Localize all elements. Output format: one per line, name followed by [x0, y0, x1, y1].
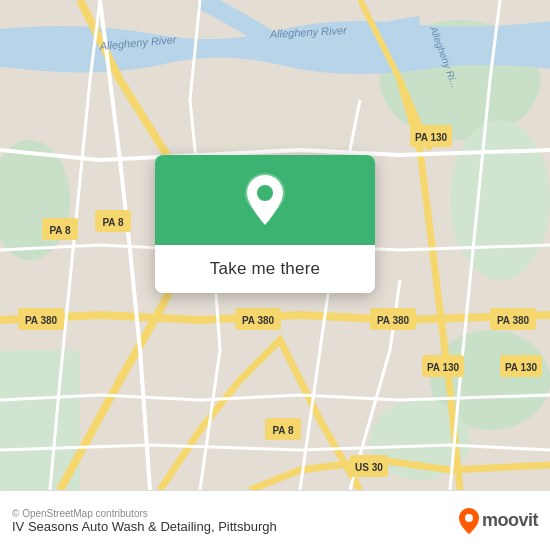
take-me-there-button[interactable]: Take me there	[155, 245, 375, 293]
svg-text:PA 8: PA 8	[49, 225, 71, 236]
popup-header	[155, 155, 375, 245]
svg-point-34	[465, 514, 473, 522]
svg-text:PA 380: PA 380	[377, 315, 410, 326]
bottom-bar: © OpenStreetMap contributors IV Seasons …	[0, 490, 550, 550]
svg-text:PA 380: PA 380	[25, 315, 58, 326]
svg-text:PA 380: PA 380	[497, 315, 530, 326]
svg-text:PA 380: PA 380	[242, 315, 275, 326]
svg-text:PA 130: PA 130	[427, 362, 460, 373]
svg-text:US 30: US 30	[355, 462, 383, 473]
place-name: IV Seasons Auto Wash & Detailing, Pittsb…	[12, 519, 277, 534]
svg-point-33	[257, 185, 273, 201]
moovit-brand-text: moovit	[482, 510, 538, 531]
svg-point-2	[450, 120, 550, 280]
svg-text:PA 8: PA 8	[102, 217, 124, 228]
location-pin-icon	[243, 173, 287, 227]
place-info: © OpenStreetMap contributors IV Seasons …	[12, 508, 277, 534]
moovit-pin-icon	[458, 507, 480, 535]
svg-text:PA 130: PA 130	[415, 132, 448, 143]
svg-text:PA 8: PA 8	[272, 425, 294, 436]
map-attribution: © OpenStreetMap contributors	[12, 508, 277, 519]
moovit-logo: moovit	[458, 507, 538, 535]
popup-card: Take me there	[155, 155, 375, 293]
map-container: PA 8 PA 380 PA 8 PA 380 PA 380 PA 380 PA…	[0, 0, 550, 490]
svg-text:PA 130: PA 130	[505, 362, 538, 373]
